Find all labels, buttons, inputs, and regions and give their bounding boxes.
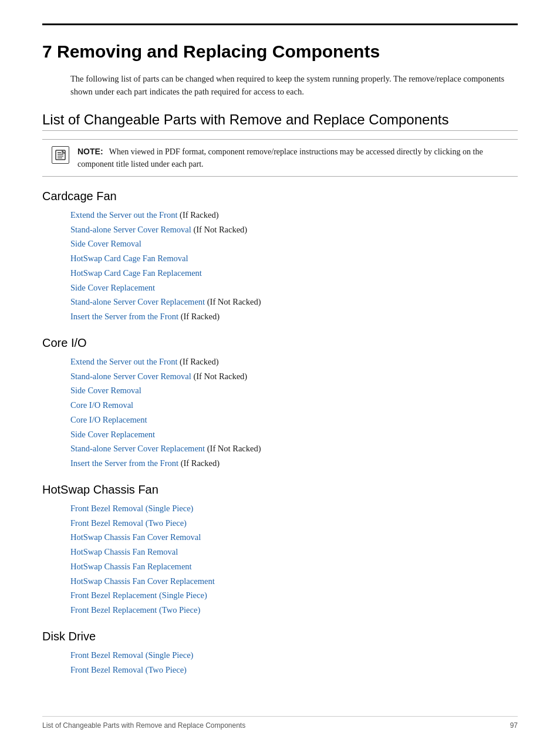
link-suffix: (If Racked) <box>177 210 218 220</box>
page-footer: List of Changeable Parts with Remove and… <box>42 716 518 730</box>
link-3-1[interactable]: Front Bezel Removal (Two Piece) <box>70 665 187 674</box>
link-1-0[interactable]: Extend the Server out the Front <box>70 357 177 366</box>
subsection-heading-0: Cardcage Fan <box>42 190 518 203</box>
list-item: Extend the Server out the Front (If Rack… <box>70 356 518 369</box>
subsection-heading-2: HotSwap Chassis Fan <box>42 483 518 497</box>
subsections-container: Cardcage FanExtend the Server out the Fr… <box>42 190 518 677</box>
list-item: Front Bezel Replacement (Single Piece) <box>70 589 518 602</box>
link-0-6[interactable]: Stand-alone Server Cover Replacement <box>70 297 205 306</box>
list-item: Insert the Server from the Front (If Rac… <box>70 457 518 470</box>
link-2-1[interactable]: Front Bezel Removal (Two Piece) <box>70 518 187 528</box>
link-1-5[interactable]: Side Cover Replacement <box>70 430 155 439</box>
list-item: HotSwap Chassis Fan Cover Removal <box>70 531 518 544</box>
list-item: HotSwap Card Cage Fan Removal <box>70 252 518 265</box>
list-item: Side Cover Replacement <box>70 282 518 295</box>
list-item: Stand-alone Server Cover Replacement (If… <box>70 443 518 455</box>
link-1-7[interactable]: Insert the Server from the Front <box>70 458 178 468</box>
footer-left: List of Changeable Parts with Remove and… <box>42 721 245 730</box>
link-list-1: Extend the Server out the Front (If Rack… <box>70 356 518 470</box>
page: 7 Removing and Replacing Components The … <box>0 0 560 746</box>
link-2-5[interactable]: HotSwap Chassis Fan Cover Replacement <box>70 576 215 586</box>
link-0-1[interactable]: Stand-alone Server Cover Removal <box>70 225 191 234</box>
subsection-heading-1: Core I/O <box>42 336 518 350</box>
link-2-3[interactable]: HotSwap Chassis Fan Removal <box>70 547 178 556</box>
link-suffix: (If Not Racked) <box>191 225 247 234</box>
section-heading: List of Changeable Parts with Remove and… <box>42 112 518 131</box>
list-item: Front Bezel Replacement (Two Piece) <box>70 604 518 617</box>
link-list-2: Front Bezel Removal (Single Piece)Front … <box>70 502 518 617</box>
list-item: Front Bezel Removal (Single Piece) <box>70 649 518 662</box>
list-item: Front Bezel Removal (Two Piece) <box>70 517 518 530</box>
link-list-0: Extend the Server out the Front (If Rack… <box>70 209 518 323</box>
link-suffix: (If Not Racked) <box>205 444 261 453</box>
link-2-4[interactable]: HotSwap Chassis Fan Replacement <box>70 562 192 571</box>
footer-page-number: 97 <box>510 721 518 730</box>
link-0-4[interactable]: HotSwap Card Cage Fan Replacement <box>70 268 202 278</box>
list-item: HotSwap Chassis Fan Cover Replacement <box>70 575 518 588</box>
link-1-6[interactable]: Stand-alone Server Cover Replacement <box>70 444 205 453</box>
top-border <box>42 23 518 25</box>
list-item: HotSwap Card Cage Fan Replacement <box>70 267 518 280</box>
chapter-title: 7 Removing and Replacing Components <box>42 42 518 62</box>
link-1-4[interactable]: Core I/O Replacement <box>70 415 147 424</box>
list-item: Core I/O Removal <box>70 399 518 412</box>
list-item: Side Cover Removal <box>70 238 518 251</box>
list-item: Core I/O Replacement <box>70 414 518 427</box>
link-2-2[interactable]: HotSwap Chassis Fan Cover Removal <box>70 532 201 542</box>
link-suffix: (If Not Racked) <box>191 372 247 381</box>
intro-text: The following list of parts can be chang… <box>70 72 518 99</box>
link-1-3[interactable]: Core I/O Removal <box>70 400 133 410</box>
link-2-6[interactable]: Front Bezel Replacement (Single Piece) <box>70 590 207 600</box>
link-0-5[interactable]: Side Cover Replacement <box>70 283 155 292</box>
link-0-2[interactable]: Side Cover Removal <box>70 239 141 248</box>
list-item: Front Bezel Removal (Two Piece) <box>70 664 518 677</box>
link-suffix: (If Racked) <box>178 458 220 468</box>
link-0-7[interactable]: Insert the Server from the Front <box>70 312 178 321</box>
list-item: Stand-alone Server Cover Removal (If Not… <box>70 224 518 237</box>
link-suffix: (If Racked) <box>177 357 218 366</box>
list-item: Stand-alone Server Cover Removal (If Not… <box>70 370 518 383</box>
link-suffix: (If Not Racked) <box>205 297 261 306</box>
list-item: Stand-alone Server Cover Replacement (If… <box>70 296 518 309</box>
list-item: Side Cover Removal <box>70 384 518 397</box>
list-item: Front Bezel Removal (Single Piece) <box>70 502 518 515</box>
link-1-1[interactable]: Stand-alone Server Cover Removal <box>70 372 191 381</box>
link-2-0[interactable]: Front Bezel Removal (Single Piece) <box>70 504 193 513</box>
link-0-3[interactable]: HotSwap Card Cage Fan Removal <box>70 254 188 263</box>
subsection-heading-3: Disk Drive <box>42 630 518 643</box>
link-1-2[interactable]: Side Cover Removal <box>70 386 141 395</box>
link-list-3: Front Bezel Removal (Single Piece)Front … <box>70 649 518 677</box>
list-item: Side Cover Replacement <box>70 428 518 441</box>
note-text: NOTE: When viewed in PDF format, compone… <box>77 146 508 170</box>
note-box: NOTE: When viewed in PDF format, compone… <box>42 139 518 177</box>
link-2-7[interactable]: Front Bezel Replacement (Two Piece) <box>70 605 200 615</box>
list-item: Extend the Server out the Front (If Rack… <box>70 209 518 222</box>
link-0-0[interactable]: Extend the Server out the Front <box>70 210 177 220</box>
link-3-0[interactable]: Front Bezel Removal (Single Piece) <box>70 650 193 660</box>
note-icon <box>52 146 69 164</box>
list-item: HotSwap Chassis Fan Removal <box>70 546 518 559</box>
svg-rect-0 <box>56 150 65 160</box>
link-suffix: (If Racked) <box>178 312 220 321</box>
note-body: When viewed in PDF format, component rem… <box>77 147 483 168</box>
list-item: Insert the Server from the Front (If Rac… <box>70 310 518 323</box>
list-item: HotSwap Chassis Fan Replacement <box>70 561 518 573</box>
note-label: NOTE: <box>77 147 103 156</box>
